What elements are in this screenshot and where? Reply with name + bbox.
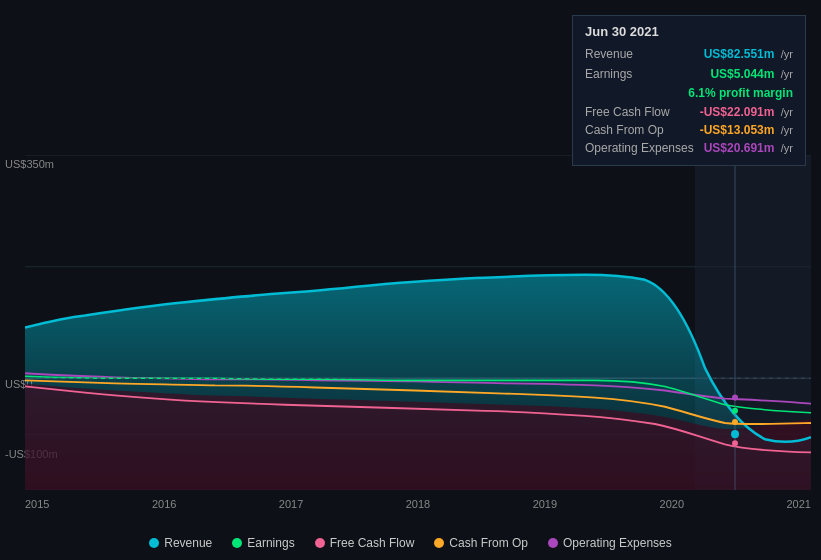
tooltip-opex-label: Operating Expenses <box>585 141 694 155</box>
svg-point-12 <box>732 419 738 425</box>
legend-dot-earnings <box>232 538 242 548</box>
x-label-2021: 2021 <box>786 498 810 510</box>
x-label-2018: 2018 <box>406 498 430 510</box>
legend-label-cashfromop: Cash From Op <box>449 536 528 550</box>
svg-point-9 <box>731 430 739 438</box>
legend-item-cashfromop[interactable]: Cash From Op <box>434 536 528 550</box>
tooltip-opex-unit: /yr <box>781 142 793 154</box>
tooltip-panel: Jun 30 2021 Revenue US$82.551m /yr Earni… <box>572 15 806 166</box>
legend-dot-opex <box>548 538 558 548</box>
tooltip-profit-margin: 6.1% profit margin <box>688 86 793 100</box>
x-label-2017: 2017 <box>279 498 303 510</box>
legend-label-fcf: Free Cash Flow <box>330 536 415 550</box>
svg-point-11 <box>732 440 738 446</box>
tooltip-earnings-value: US$5.044m <box>710 67 774 81</box>
tooltip-row-earnings: Earnings US$5.044m /yr <box>585 65 793 83</box>
tooltip-opex-value: US$20.691m <box>704 141 775 155</box>
legend-item-revenue[interactable]: Revenue <box>149 536 212 550</box>
legend-dot-fcf <box>315 538 325 548</box>
chart-area <box>25 155 811 490</box>
tooltip-fcf-value: -US$22.091m <box>700 105 775 119</box>
svg-point-13 <box>732 395 738 401</box>
tooltip-cashfromop-value: -US$13.053m <box>700 123 775 137</box>
tooltip-fcf-label: Free Cash Flow <box>585 105 670 119</box>
chart-container: Jun 30 2021 Revenue US$82.551m /yr Earni… <box>0 0 821 560</box>
legend-dot-revenue <box>149 538 159 548</box>
legend-item-fcf[interactable]: Free Cash Flow <box>315 536 415 550</box>
legend-item-opex[interactable]: Operating Expenses <box>548 536 672 550</box>
tooltip-fcf-unit: /yr <box>781 106 793 118</box>
tooltip-row-opex: Operating Expenses US$20.691m /yr <box>585 139 793 157</box>
x-label-2015: 2015 <box>25 498 49 510</box>
svg-point-10 <box>732 408 738 414</box>
tooltip-row-fcf: Free Cash Flow -US$22.091m /yr <box>585 103 793 121</box>
x-label-2020: 2020 <box>660 498 684 510</box>
x-label-2016: 2016 <box>152 498 176 510</box>
tooltip-row-revenue: Revenue US$82.551m /yr <box>585 45 793 63</box>
tooltip-revenue-label: Revenue <box>585 47 633 61</box>
x-label-2019: 2019 <box>533 498 557 510</box>
legend-label-earnings: Earnings <box>247 536 294 550</box>
tooltip-row-cashfromop: Cash From Op -US$13.053m /yr <box>585 121 793 139</box>
chart-legend: Revenue Earnings Free Cash Flow Cash Fro… <box>0 536 821 550</box>
tooltip-cashfromop-label: Cash From Op <box>585 123 664 137</box>
tooltip-cashfromop-unit: /yr <box>781 124 793 136</box>
tooltip-date: Jun 30 2021 <box>585 24 793 39</box>
legend-label-opex: Operating Expenses <box>563 536 672 550</box>
legend-label-revenue: Revenue <box>164 536 212 550</box>
main-chart-svg <box>25 155 811 490</box>
tooltip-row-earnings-block: Earnings US$5.044m /yr 6.1% profit margi… <box>585 63 793 103</box>
legend-item-earnings[interactable]: Earnings <box>232 536 294 550</box>
tooltip-earnings-label: Earnings <box>585 67 632 81</box>
tooltip-revenue-value: US$82.551m <box>704 47 775 61</box>
tooltip-revenue-unit: /yr <box>781 48 793 60</box>
x-axis-labels: 2015 2016 2017 2018 2019 2020 2021 <box>25 498 811 510</box>
tooltip-earnings-unit: /yr <box>781 68 793 80</box>
legend-dot-cashfromop <box>434 538 444 548</box>
